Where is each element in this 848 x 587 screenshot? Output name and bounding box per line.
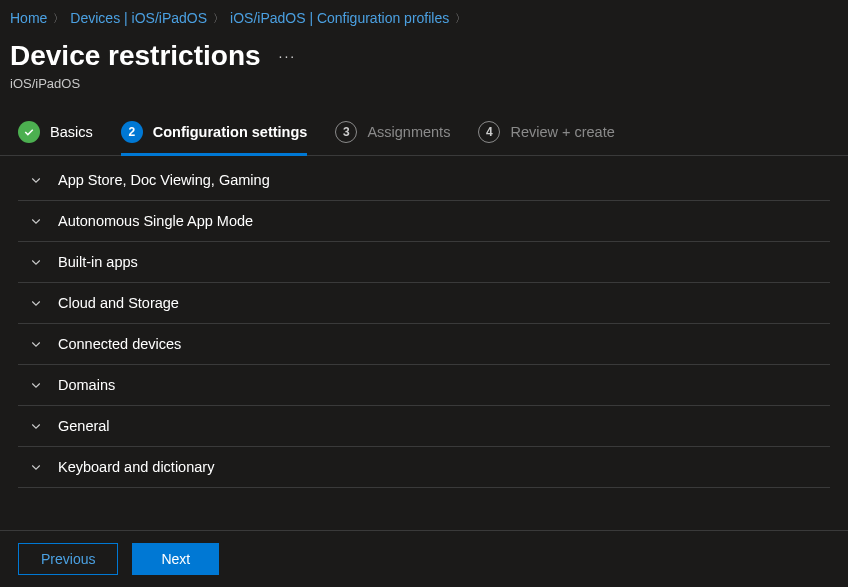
section-label: Connected devices (58, 336, 181, 352)
chevron-down-icon (30, 338, 42, 350)
breadcrumb-config-profiles[interactable]: iOS/iPadOS | Configuration profiles (230, 10, 449, 26)
section-app-store[interactable]: App Store, Doc Viewing, Gaming (18, 156, 830, 201)
section-label: App Store, Doc Viewing, Gaming (58, 172, 270, 188)
more-actions-button[interactable]: ··· (279, 48, 297, 64)
previous-button[interactable]: Previous (18, 543, 118, 575)
tab-label: Assignments (367, 124, 450, 140)
page-title: Device restrictions (10, 40, 261, 72)
chevron-down-icon (30, 420, 42, 432)
breadcrumb-devices[interactable]: Devices | iOS/iPadOS (70, 10, 207, 26)
chevron-down-icon (30, 215, 42, 227)
chevron-down-icon (30, 379, 42, 391)
section-label: Autonomous Single App Mode (58, 213, 253, 229)
wizard-footer: Previous Next (0, 530, 848, 587)
chevron-right-icon: 〉 (53, 11, 64, 26)
chevron-down-icon (30, 256, 42, 268)
section-built-in-apps[interactable]: Built-in apps (18, 242, 830, 283)
breadcrumb: Home 〉 Devices | iOS/iPadOS 〉 iOS/iPadOS… (0, 0, 848, 34)
tab-assignments[interactable]: 3 Assignments (335, 109, 450, 155)
tab-configuration-settings[interactable]: 2 Configuration settings (121, 109, 308, 155)
chevron-down-icon (30, 174, 42, 186)
chevron-down-icon (30, 297, 42, 309)
section-general[interactable]: General (18, 406, 830, 447)
section-label: Domains (58, 377, 115, 393)
section-label: Cloud and Storage (58, 295, 179, 311)
section-label: Keyboard and dictionary (58, 459, 214, 475)
step-number-icon: 2 (121, 121, 143, 143)
chevron-right-icon: 〉 (213, 11, 224, 26)
check-icon (18, 121, 40, 143)
step-number-icon: 4 (478, 121, 500, 143)
page-subtitle: iOS/iPadOS (0, 74, 848, 109)
chevron-down-icon (30, 461, 42, 473)
section-domains[interactable]: Domains (18, 365, 830, 406)
tab-review-create[interactable]: 4 Review + create (478, 109, 614, 155)
step-number-icon: 3 (335, 121, 357, 143)
tab-label: Review + create (510, 124, 614, 140)
section-label: Built-in apps (58, 254, 138, 270)
breadcrumb-home[interactable]: Home (10, 10, 47, 26)
tab-basics[interactable]: Basics (18, 109, 93, 155)
section-label: General (58, 418, 110, 434)
chevron-right-icon: 〉 (455, 11, 466, 26)
tab-label: Configuration settings (153, 124, 308, 140)
section-keyboard-dictionary[interactable]: Keyboard and dictionary (18, 447, 830, 488)
settings-accordion: App Store, Doc Viewing, Gaming Autonomou… (0, 156, 848, 488)
wizard-tabs: Basics 2 Configuration settings 3 Assign… (0, 109, 848, 156)
tab-label: Basics (50, 124, 93, 140)
next-button[interactable]: Next (132, 543, 219, 575)
section-cloud-storage[interactable]: Cloud and Storage (18, 283, 830, 324)
section-autonomous-single-app[interactable]: Autonomous Single App Mode (18, 201, 830, 242)
section-connected-devices[interactable]: Connected devices (18, 324, 830, 365)
